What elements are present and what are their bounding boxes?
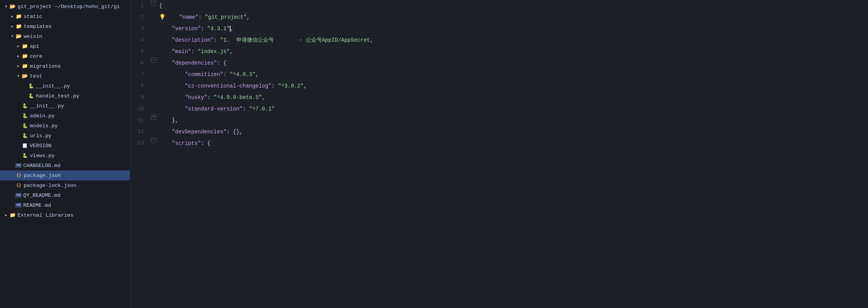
json-key: "name" xyxy=(179,14,198,20)
json-indent xyxy=(159,71,185,78)
json-comma: , xyxy=(255,71,258,78)
code-line-12: 12 "devDependencies": {}, xyxy=(130,126,868,138)
sidebar-item-admin_py[interactable]: admin.py xyxy=(0,111,130,121)
sidebar-item-models_py[interactable]: models.py xyxy=(0,121,130,131)
code-line-4: 4 "description": "1. 申请微信公众号 - 公众号AppID/… xyxy=(130,34,868,46)
sidebar-item-README_md[interactable]: MDREADME.md xyxy=(0,200,130,210)
line-content[interactable]: "dependencies": { xyxy=(158,57,868,69)
json-brace: }, xyxy=(172,117,179,123)
json-string: "4.3.1" xyxy=(207,26,230,32)
json-comma: , xyxy=(231,26,234,32)
line-content[interactable]: 💡 "name": "git_project", xyxy=(158,11,868,23)
sidebar-item-VERSION[interactable]: VERSION xyxy=(0,141,130,151)
line-content[interactable]: "standard-version": "^7.0.1" xyxy=(158,103,868,115)
code-line-8: 8 "cz-conventional-changelog": "^3.0.2", xyxy=(130,80,868,92)
sidebar-item-weixin[interactable]: weixin xyxy=(0,31,130,41)
json-indent xyxy=(159,117,172,123)
sidebar-item-urls_py[interactable]: urls.py xyxy=(0,131,130,141)
sidebar-item-git_project[interactable]: git_project ~/Desktop/hoho_git/gi xyxy=(0,2,130,11)
python-file-icon xyxy=(21,112,28,119)
tree-item-label: package-lock.json xyxy=(24,183,130,188)
folder-icon xyxy=(21,63,28,70)
json-brace: { xyxy=(223,60,226,66)
sidebar-item-migrations[interactable]: migrations xyxy=(0,61,130,71)
md-badge: MD xyxy=(15,163,22,168)
line-content[interactable]: "version": "4.3.1", xyxy=(158,23,868,34)
sidebar-item-External_Libraries[interactable]: External Libraries xyxy=(0,210,130,220)
json-colon: : xyxy=(191,49,198,55)
json-colon: : xyxy=(198,14,205,20)
tree-item-label: VERSION xyxy=(30,143,130,149)
line-content[interactable]: "commitizen": "^4.0.3", xyxy=(158,69,868,80)
fold-icon-open[interactable]: − xyxy=(151,0,156,5)
line-number: 2 xyxy=(130,11,150,23)
sidebar-item-core[interactable]: core xyxy=(0,51,130,61)
fold-icon-close[interactable]: + xyxy=(151,115,156,120)
tree-item-label: weixin xyxy=(24,34,130,39)
json-brace: { xyxy=(159,3,162,9)
tree-arrow-weixin xyxy=(9,33,15,39)
code-line-2: 2💡 "name": "git_project", xyxy=(130,11,868,23)
json-string: "^4.0.3" xyxy=(230,71,255,78)
line-content[interactable]: "devDependencies": {}, xyxy=(158,126,868,138)
folder-icon xyxy=(21,43,28,50)
line-content[interactable]: }, xyxy=(158,115,868,126)
tree-arrow-templates xyxy=(9,23,15,29)
sidebar-item-test[interactable]: test xyxy=(0,71,130,81)
tree-item-label: urls.py xyxy=(30,133,130,139)
sidebar-item-__init__py[interactable]: __init__.py xyxy=(0,101,130,111)
sidebar-item-__init__py_test[interactable]: __init__.py xyxy=(0,81,130,91)
python-file-icon xyxy=(28,83,34,89)
json-brace: {} xyxy=(233,129,239,135)
tree-item-label: static xyxy=(24,14,130,19)
fold-icon-open[interactable]: − xyxy=(151,138,156,143)
json-indent xyxy=(159,26,172,32)
fold-icon-open[interactable]: − xyxy=(151,57,156,63)
json-indent xyxy=(159,49,172,55)
json-key: "standard-version" xyxy=(185,106,242,112)
line-content[interactable]: "description": "1. 申请微信公众号 - 公众号AppID/Ap… xyxy=(158,34,868,46)
json-brace: { xyxy=(207,140,210,146)
line-content[interactable]: "main": "index.js", xyxy=(158,46,868,57)
sidebar-item-templates[interactable]: templates xyxy=(0,21,130,31)
sidebar-item-views_py[interactable]: views.py xyxy=(0,151,130,160)
line-content[interactable]: { xyxy=(158,0,868,11)
code-line-6: 6− "dependencies": { xyxy=(130,57,868,69)
file-tree[interactable]: git_project ~/Desktop/hoho_git/gistatict… xyxy=(0,0,130,308)
code-editor: 1−{2💡 "name": "git_project",3 "version":… xyxy=(130,0,868,308)
sidebar-item-package_json[interactable]: package.json xyxy=(0,170,130,180)
folder-open-icon xyxy=(21,73,28,79)
json-indent xyxy=(159,94,185,101)
tree-item-label: README.md xyxy=(23,203,130,208)
line-content[interactable]: "scripts": { xyxy=(158,138,868,149)
sidebar-item-static[interactable]: static xyxy=(0,11,130,21)
tree-item-label: views.py xyxy=(30,153,130,159)
sidebar-item-QY_README_md[interactable]: MDQY_README.md xyxy=(0,190,130,200)
json-colon: : xyxy=(217,60,223,66)
json-indent xyxy=(159,106,185,112)
json-key: "version" xyxy=(172,26,201,32)
json-indent xyxy=(159,37,172,43)
json-indent xyxy=(159,60,172,66)
line-content[interactable]: "husky": "^4.0.0-beta.5", xyxy=(158,92,868,103)
tree-arrow-migrations xyxy=(15,63,21,69)
code-line-3: 3 "version": "4.3.1", xyxy=(130,23,868,34)
tree-item-label: migrations xyxy=(30,63,130,69)
line-number: 6 xyxy=(130,57,150,69)
line-content[interactable]: "cz-conventional-changelog": "^3.0.2", xyxy=(158,80,868,92)
python-file-icon xyxy=(21,132,28,139)
json-comma: , xyxy=(304,83,307,89)
json-indent xyxy=(166,14,179,20)
sidebar-item-CHANGELOG_md[interactable]: MDCHANGELOG.md xyxy=(0,160,130,170)
sidebar-item-handle_test_py[interactable]: handle_test.py xyxy=(0,91,130,101)
tree-item-label: test xyxy=(30,73,130,79)
tree-item-label: __init__.py xyxy=(30,103,130,109)
sidebar-item-package_lock_json[interactable]: package-lock.json xyxy=(0,180,130,190)
tree-item-label: models.py xyxy=(30,123,130,129)
code-line-1: 1−{ xyxy=(130,0,868,11)
code-line-11: 11+ }, xyxy=(130,115,868,126)
python-file-icon xyxy=(21,122,28,129)
json-key: "husky" xyxy=(185,94,207,101)
line-number: 8 xyxy=(130,80,150,92)
sidebar-item-api[interactable]: api xyxy=(0,41,130,51)
